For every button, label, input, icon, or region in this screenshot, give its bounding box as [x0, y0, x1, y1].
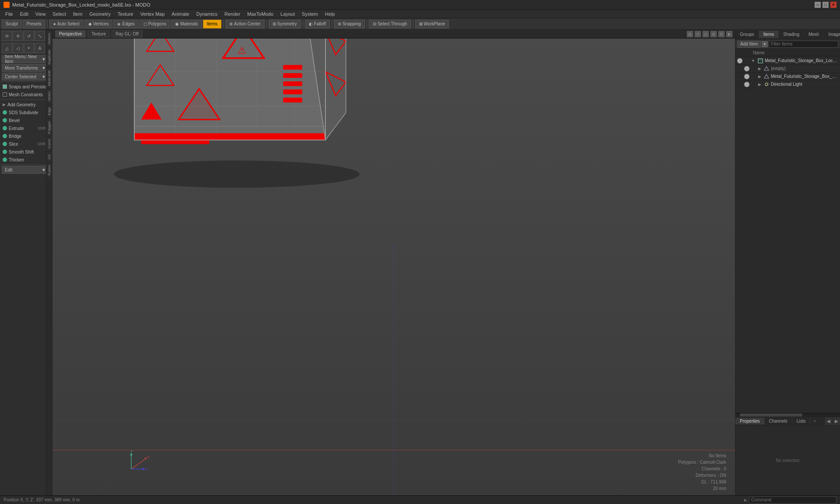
menu-dynamics[interactable]: Dynamics [193, 10, 221, 18]
bevel-item[interactable]: Bevel [0, 116, 52, 124]
auto-select-button[interactable]: ● Auto Select [49, 20, 84, 28]
center-selected-dropdown[interactable]: Center Selected ▼ [2, 73, 49, 80]
perspective-tab[interactable]: Perspective [55, 30, 86, 38]
symmetry-button[interactable]: ⊞ Symmetry [269, 20, 301, 28]
tab-deform[interactable]: Deform [46, 30, 52, 47]
polygons-button[interactable]: ◻ Polygons [140, 20, 170, 28]
menu-geometry[interactable]: Geometry [86, 10, 114, 18]
item-row-light[interactable]: ▶ Directional Light [735, 80, 840, 88]
properties-tab[interactable]: Properties [735, 418, 765, 424]
menu-select[interactable]: Select [49, 10, 70, 18]
tab-curve[interactable]: Curve [46, 136, 52, 151]
item-vis-2[interactable] [744, 74, 749, 79]
texture-tab[interactable]: Texture [88, 30, 110, 38]
item-row-mesh1[interactable]: ▶ Metal_Futuristic_Storage_Box_Locked [735, 73, 840, 80]
minimize-button[interactable]: ─ [815, 2, 821, 8]
item-menu-dropdown[interactable]: Item Menu: New Item ▼ [2, 55, 49, 63]
groups-tab[interactable]: Groups [735, 31, 759, 38]
tool-btn-7[interactable]: ⌖ [24, 43, 34, 53]
tab-duplicate[interactable]: Duplicate [46, 47, 52, 67]
item-row-scene[interactable]: ▼ Metal_Futuristic_Storage_Box_Lock... [735, 57, 840, 65]
mesh-constraints-item[interactable]: Mesh Constraints [0, 91, 52, 98]
images-tab[interactable]: Images [824, 31, 840, 38]
close-button[interactable]: ✕ [830, 2, 836, 8]
items-button[interactable]: Items [203, 20, 221, 28]
item-vis-0[interactable] [737, 58, 742, 63]
channels-tab[interactable]: Channels [765, 418, 792, 424]
expand-arrow-3[interactable]: ▶ [758, 82, 761, 87]
menu-layout[interactable]: Layout [277, 10, 298, 18]
select-through-button[interactable]: ⊟ Select Through [369, 20, 411, 28]
tab-edge[interactable]: Edge [46, 104, 52, 118]
ray-gl-tab[interactable]: Ray GL: Off [112, 30, 143, 38]
menu-help[interactable]: Help [322, 10, 339, 18]
tool-select-btn[interactable]: ⟳ [2, 31, 12, 41]
menu-item[interactable]: Item [70, 10, 86, 18]
menu-render[interactable]: Render [221, 10, 244, 18]
tab-polygon[interactable]: Polygon [46, 118, 52, 136]
add-item-button[interactable]: Add Item [737, 41, 761, 48]
slice-item[interactable]: Slice Shift-C [0, 140, 52, 148]
tool-rotate-btn[interactable]: ↺ [24, 31, 34, 41]
items-scrollbar[interactable] [735, 413, 840, 416]
menu-animate[interactable]: Animate [168, 10, 192, 18]
expand-btn-1[interactable]: ◀ [824, 417, 832, 425]
items-scrollbar-thumb[interactable] [740, 413, 802, 416]
sds-subdivide-item[interactable]: SDS Subdivide 0 [0, 108, 52, 116]
lists-tab[interactable]: Lists [792, 418, 811, 424]
menu-system[interactable]: System [298, 10, 322, 18]
menu-vertex-map[interactable]: Vertex Map [137, 10, 168, 18]
maximize-button[interactable]: □ [822, 2, 829, 8]
thicken-item[interactable]: Thicken [0, 156, 52, 164]
item-row-mesh0[interactable]: ▶ (empty) [735, 65, 840, 73]
vertices-button[interactable]: ◆ Vertices [84, 20, 113, 28]
bridge-item[interactable]: Bridge [0, 132, 52, 140]
materials-button[interactable]: ◉ Materials [171, 20, 202, 28]
menu-view[interactable]: View [32, 10, 49, 18]
action-center-button[interactable]: ⊕ Action Center [225, 20, 265, 28]
sculpt-button[interactable]: Sculpt [2, 20, 22, 28]
edges-button[interactable]: ◈ Edges [113, 20, 138, 28]
command-input[interactable] [749, 497, 836, 504]
window-controls[interactable]: ─ □ ✕ [815, 2, 836, 8]
edit-dropdown[interactable]: Edit ▼ [2, 166, 49, 174]
workplane-button[interactable]: ⊠ WorkPlane [415, 20, 449, 28]
tool-scale-btn[interactable]: ⤡ [35, 31, 45, 41]
snapping-button[interactable]: ⊗ Snapping [334, 20, 365, 28]
expand-arrow-0[interactable]: ▼ [751, 59, 755, 63]
more-transforms-dropdown[interactable]: More Transforms ▼ [2, 64, 49, 72]
falloff-button[interactable]: ◐ Falloff [305, 20, 330, 28]
expand-arrow-1[interactable]: ▶ [758, 66, 761, 71]
tool-move-btn[interactable]: ✛ [13, 31, 23, 41]
tool-btn-6[interactable]: ◁ [13, 43, 23, 53]
item-vis-3[interactable] [744, 82, 749, 87]
viewport-icon-2[interactable]: ↺ [695, 31, 701, 37]
menu-edit[interactable]: Edit [17, 10, 32, 18]
tab-fusion[interactable]: Fusion [46, 162, 52, 178]
expand-btn-2[interactable]: ▶ [832, 417, 840, 425]
tab-vertex[interactable]: Vertex [46, 88, 52, 104]
add-item-dropdown[interactable]: ▼ [762, 41, 768, 47]
menu-texture[interactable]: Texture [114, 10, 137, 18]
menu-maxtomodo[interactable]: MaxToModo [244, 10, 277, 18]
viewport-icon-6[interactable]: ▶ [726, 31, 732, 37]
smooth-shift-item[interactable]: Smooth Shift [0, 148, 52, 156]
tab-uv[interactable]: UV [46, 151, 52, 162]
add-geometry-header[interactable]: ▶ Add Geometry [0, 101, 52, 108]
viewport-icon-3[interactable]: ◎ [703, 31, 709, 37]
extrude-item[interactable]: Extrude Shift-V [0, 124, 52, 132]
expand-arrow-2[interactable]: ▶ [758, 74, 761, 79]
add-panel-btn[interactable]: + [812, 419, 817, 424]
viewport-icon-4[interactable]: ⊕ [710, 31, 717, 37]
snaps-precision-item[interactable]: Snaps and Precision [0, 83, 52, 91]
viewport-icon-1[interactable]: ⊞ [687, 31, 693, 37]
item-vis-1[interactable] [744, 66, 749, 71]
tool-btn-5[interactable]: △ [2, 43, 12, 53]
filter-items-input[interactable] [769, 41, 838, 48]
menu-file[interactable]: File [2, 10, 17, 18]
viewport-icon-5[interactable]: ⚙ [718, 31, 724, 37]
viewport-3d[interactable]: ⚠ [52, 38, 735, 495]
shading-tab[interactable]: Shading [779, 31, 804, 38]
items-tab[interactable]: Items [759, 31, 779, 38]
mesh-tab[interactable]: Mesh [804, 31, 824, 38]
